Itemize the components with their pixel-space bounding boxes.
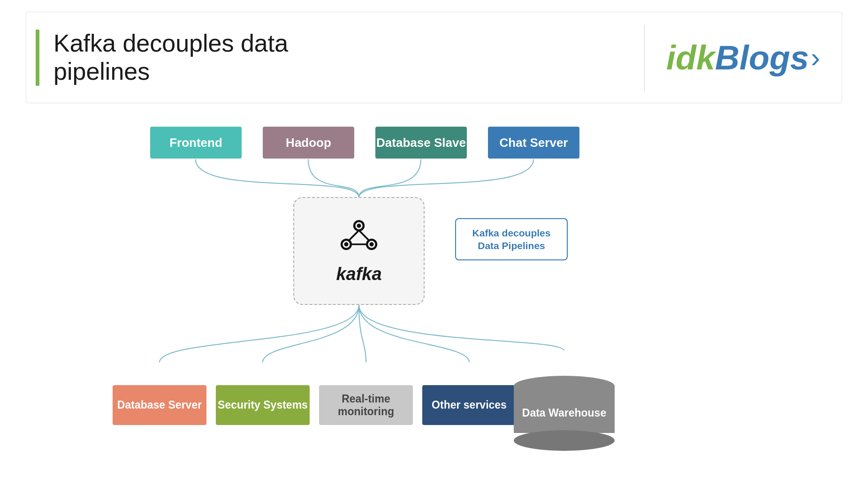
header: Kafka decouples data pipelines idk Blogs…: [26, 12, 842, 103]
svg-line-7: [359, 230, 369, 241]
svg-point-3: [357, 223, 361, 228]
dest-datawarehouse: Data Warehouse: [514, 376, 615, 451]
svg-point-4: [344, 242, 349, 246]
logo: idk Blogs ›: [663, 38, 842, 77]
logo-blogs: Blogs: [715, 38, 809, 77]
title-line2: pipelines: [53, 58, 150, 85]
kafka-label: kafka: [336, 264, 381, 284]
kafka-box: kafka: [293, 197, 425, 305]
logo-arrow: ›: [811, 41, 820, 74]
source-frontend: Frontend: [150, 127, 242, 159]
datawarehouse-label: Data Warehouse: [514, 376, 615, 451]
header-accent: [36, 30, 39, 86]
dest-dbserver: Database Server: [113, 385, 206, 425]
source-dbslave: Database Slave: [375, 127, 467, 159]
source-hadoop: Hadoop: [263, 127, 354, 159]
title-line1: Kafka decouples data: [53, 30, 288, 57]
kafka-icon: [338, 218, 380, 260]
svg-point-5: [370, 242, 374, 246]
dest-realtime: Real-time monitoring: [319, 385, 413, 425]
source-chatserver: Chat Server: [488, 127, 579, 159]
kafka-annotation: Kafka decouples Data Pipelines: [455, 218, 568, 260]
logo-idk: idk: [666, 38, 715, 77]
header-divider: [644, 25, 645, 91]
diagram-area: Frontend Hadoop Database Slave Chat Serv…: [0, 113, 868, 486]
page-title: Kafka decouples data pipelines: [53, 30, 625, 86]
dest-othersvcs: Other services: [422, 385, 516, 425]
slide-container: Kafka decouples data pipelines idk Blogs…: [0, 0, 868, 486]
svg-line-6: [349, 230, 359, 241]
connector-lines: [0, 113, 868, 486]
kafka-annotation-text: Kafka decouples Data Pipelines: [472, 227, 551, 252]
dest-security: Security Systems: [216, 385, 310, 425]
